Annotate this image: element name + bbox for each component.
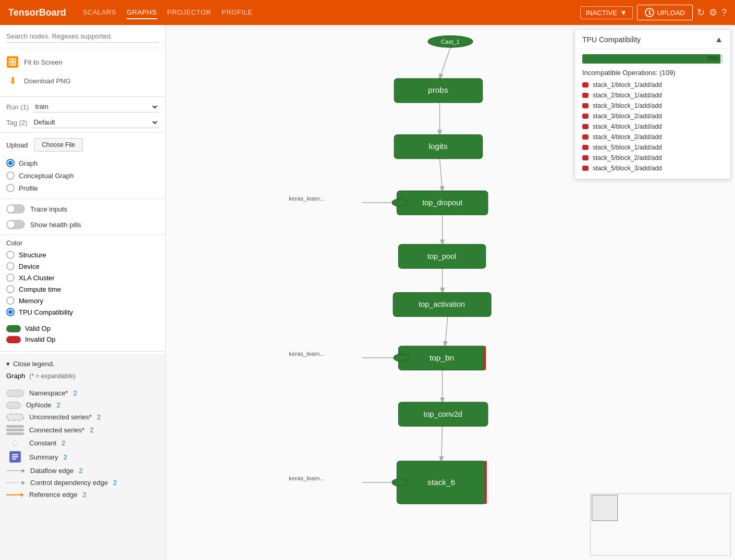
summary-link[interactable]: 2 — [64, 453, 67, 461]
svg-line-7 — [439, 47, 450, 79]
tpu-op-label-5: stack_4/block_2/add/add — [593, 133, 662, 141]
connected-icon — [6, 425, 24, 435]
download-png-action[interactable]: ⬇ Download PNG — [6, 71, 159, 90]
dataflow-link[interactable]: 2 — [79, 467, 82, 475]
legend-constant: Constant 2 — [6, 437, 159, 449]
reference-link[interactable]: 2 — [83, 491, 87, 499]
opnode-icon — [6, 402, 21, 409]
svg-text:top_dropout: top_dropout — [422, 198, 462, 207]
radio-profile-input[interactable] — [6, 184, 15, 192]
legend-dataflow: Dataflow edge 2 — [6, 465, 159, 477]
search-input[interactable] — [6, 30, 159, 43]
tag-select[interactable]: Default — [31, 117, 159, 128]
tpu-op-2: stack_3/block_1/add/add — [582, 101, 723, 111]
op-legend: Valid Op Invalid Op — [0, 320, 165, 349]
color-compute[interactable]: Compute time — [6, 283, 159, 295]
opnode-link[interactable]: 2 — [56, 401, 60, 409]
tpu-op-label-8: stack_5/block_3/add/add — [593, 165, 662, 172]
radio-profile[interactable]: Profile — [6, 182, 159, 194]
svg-text:top_bn: top_bn — [430, 353, 454, 362]
upload-button[interactable]: ℹ UPLOAD — [637, 5, 693, 20]
valid-op-item: Valid Op — [6, 323, 159, 334]
color-compute-label: Compute time — [19, 285, 61, 293]
control-link[interactable]: 2 — [113, 479, 117, 487]
color-structure-radio[interactable] — [6, 251, 15, 259]
control-icon — [6, 481, 25, 485]
download-icon: ⬇ — [6, 74, 19, 87]
svg-rect-39 — [485, 461, 487, 504]
radio-graph[interactable]: Graph — [6, 157, 159, 169]
fit-to-screen-action[interactable]: Fit to Screen — [6, 53, 159, 71]
header: TensorBoard SCALARS GRAPHS PROJECTOR PRO… — [0, 0, 735, 25]
reference-icon — [6, 493, 24, 497]
svg-point-41 — [392, 479, 407, 486]
color-memory[interactable]: Memory — [6, 295, 159, 306]
connected-link[interactable]: 2 — [90, 426, 93, 434]
color-structure[interactable]: Structure — [6, 249, 159, 260]
legend-opnode: OpNode 2 — [6, 399, 159, 411]
svg-point-27 — [392, 199, 407, 206]
legend-graph-label: Graph — [6, 372, 25, 380]
refresh-icon[interactable]: ↻ — [697, 7, 705, 18]
nav-scalars[interactable]: SCALARS — [83, 6, 116, 19]
fit-to-screen-label: Fit to Screen — [24, 58, 63, 66]
color-compute-radio[interactable] — [6, 285, 15, 293]
legend-header[interactable]: ▾ Close legend. — [6, 358, 159, 372]
radio-conceptual-input[interactable] — [6, 171, 15, 180]
legend-reference: Reference edge 2 — [6, 489, 159, 501]
summary-label: Summary — [29, 453, 58, 461]
nav-projector[interactable]: PROJECTOR — [167, 6, 211, 19]
search-box — [0, 25, 165, 48]
tpu-op-label-2: stack_3/block_1/add/add — [593, 102, 662, 109]
sidebar: Fit to Screen ⬇ Download PNG Run (1) tra… — [0, 25, 166, 560]
nav-graphs[interactable]: GRAPHS — [127, 6, 157, 19]
help-icon[interactable]: ? — [721, 7, 727, 18]
svg-rect-33 — [484, 346, 486, 370]
invalid-op-label: Invalid Op — [25, 335, 56, 343]
svg-text:keras_learn...: keras_learn... — [289, 195, 324, 202]
health-pills-toggle[interactable] — [6, 220, 25, 229]
graph-area[interactable]: Cast_1 probs logits top_dropout top_pool… — [166, 25, 735, 560]
color-tpu[interactable]: TPU Compatibility — [6, 306, 159, 318]
radio-profile-label: Profile — [19, 184, 38, 192]
svg-rect-4 — [12, 454, 18, 455]
inactive-dropdown[interactable]: INACTIVE ▼ — [580, 6, 633, 19]
color-device-radio[interactable] — [6, 262, 15, 270]
unconnected-link[interactable]: 2 — [97, 413, 101, 421]
run-select[interactable]: train — [33, 101, 159, 113]
tpu-op-label-1: stack_2/block_1/add/add — [593, 92, 662, 99]
main-layout: Fit to Screen ⬇ Download PNG Run (1) tra… — [0, 25, 735, 560]
svg-text:keras_learn...: keras_learn... — [289, 351, 324, 357]
svg-rect-2 — [9, 63, 12, 65]
settings-icon[interactable]: ⚙ — [709, 7, 717, 18]
tpu-progress-bar: 98% — [582, 54, 723, 64]
radio-graph-input[interactable] — [6, 159, 15, 167]
svg-text:stack_6: stack_6 — [427, 478, 455, 487]
tpu-panel-title: TPU Compatibility — [582, 35, 641, 44]
color-tpu-radio[interactable] — [6, 308, 15, 316]
nav-profile[interactable]: PROFILE — [222, 6, 252, 19]
color-memory-radio[interactable] — [6, 296, 15, 305]
radio-conceptual[interactable]: Conceptual Graph — [6, 169, 159, 182]
trace-inputs-row: Trace inputs — [0, 201, 165, 217]
trace-inputs-toggle[interactable] — [6, 204, 25, 214]
svg-rect-1 — [13, 59, 16, 61]
color-xla[interactable]: XLA Cluster — [6, 272, 159, 283]
color-xla-label: XLA Cluster — [19, 274, 55, 282]
tpu-operations-list: stack_1/block_1/add/add stack_2/block_1/… — [575, 80, 730, 179]
namespace-link[interactable]: 2 — [73, 389, 77, 397]
constant-link[interactable]: 2 — [62, 439, 65, 447]
tpu-collapse-button[interactable]: ▲ — [715, 35, 723, 44]
run-row: Run (1) train — [0, 99, 165, 115]
tag-row: Tag (2) Default — [0, 115, 165, 130]
choose-file-button[interactable]: Choose File — [34, 138, 83, 152]
health-pills-label: Show health pills — [30, 221, 81, 229]
color-device[interactable]: Device — [6, 260, 159, 272]
valid-op-label: Valid Op — [25, 325, 51, 332]
minimap[interactable] — [590, 493, 731, 556]
svg-text:Cast_1: Cast_1 — [441, 39, 460, 45]
color-xla-radio[interactable] — [6, 273, 15, 282]
legend-namespace: Namespace* 2 — [6, 387, 159, 399]
connected-label: Connected series* — [29, 426, 84, 434]
tpu-op-6: stack_5/block_1/add/add — [582, 142, 723, 153]
